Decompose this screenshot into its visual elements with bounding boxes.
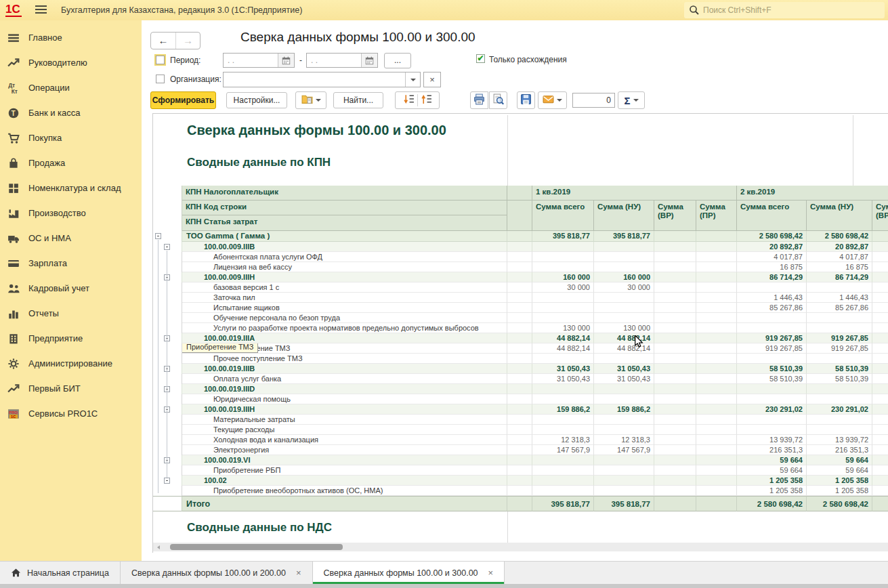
value-cell[interactable]: 44 882,14 [532,343,594,354]
collapse-toggle-icon[interactable] [164,244,170,250]
main-menu-icon[interactable] [35,5,47,16]
organization-clear-button[interactable]: × [423,72,441,87]
value-cell[interactable] [654,293,696,303]
table-row[interactable]: Холодная вода и канализация12 318,312 31… [153,435,888,445]
value-cell[interactable] [807,313,872,323]
table-row[interactable]: Испытание ящиков85 267,8685 267,86 [153,303,888,313]
value-cell[interactable]: 395 818,77 [532,231,594,242]
value-cell[interactable] [532,415,594,425]
row-label[interactable]: Материальные затраты [182,415,507,425]
empty-cell[interactable] [507,496,532,511]
sidebar-item-0[interactable]: Главное [0,25,142,50]
value-cell[interactable] [696,343,737,354]
empty-cell[interactable] [507,394,532,404]
print-preview-button[interactable] [489,91,507,109]
empty-cell[interactable] [872,354,888,364]
empty-cell[interactable] [872,455,888,465]
value-cell[interactable] [654,496,696,511]
value-cell[interactable]: 130 000 [594,323,654,333]
row-label[interactable]: Испытание ящиков [182,303,507,313]
organization-combo[interactable] [223,72,421,87]
value-cell[interactable]: 31 050,43 [532,364,594,374]
value-cell[interactable]: 4 017,87 [807,252,872,262]
value-cell[interactable] [696,354,737,364]
value-cell[interactable]: 59 664 [737,465,807,476]
table-row[interactable]: ТОО Gamma ( Гамма )395 818,77395 818,772… [153,231,888,242]
value-cell[interactable] [737,282,807,293]
sidebar-item-15[interactable]: PRO1CСервисы PRO1C [0,401,142,426]
sidebar-item-13[interactable]: Администрирование [0,351,142,376]
empty-cell[interactable] [507,445,532,455]
value-cell[interactable] [807,415,872,425]
value-cell[interactable]: 30 000 [594,282,654,293]
value-cell[interactable] [594,303,654,313]
sidebar-item-14[interactable]: Первый БИТ [0,376,142,401]
value-cell[interactable] [594,242,654,252]
value-cell[interactable]: 58 510,39 [807,374,872,384]
value-cell[interactable] [532,486,594,496]
sidebar-item-7[interactable]: Производство [0,201,142,226]
row-label[interactable]: 100.00.009.IIIH [182,272,507,282]
value-cell[interactable] [532,252,594,262]
value-cell[interactable] [696,313,737,323]
row-label[interactable]: Приобретение внеоборотных активов (ОС, Н… [182,486,507,496]
value-cell[interactable] [654,313,696,323]
table-row[interactable]: базовая версия 1 с30 00030 000 [153,282,888,293]
value-cell[interactable]: 59 664 [737,455,807,465]
value-cell[interactable] [594,394,654,404]
value-cell[interactable]: 85 267,86 [807,303,872,313]
table-row[interactable]: Заточка пил1 446,431 446,43 [153,293,888,303]
value-cell[interactable] [654,384,696,394]
value-cell[interactable] [654,333,696,343]
value-cell[interactable] [696,282,737,293]
value-cell[interactable] [696,231,737,242]
empty-cell[interactable] [872,486,888,496]
row-label[interactable]: 100.02 [182,476,507,486]
settings-button[interactable]: Настройки... [226,92,287,108]
generate-button[interactable]: Сформировать [150,91,216,109]
value-cell[interactable]: 160 000 [532,272,594,282]
value-cell[interactable]: 58 510,39 [737,374,807,384]
value-cell[interactable] [807,394,872,404]
precision-field[interactable] [572,93,615,108]
table-row[interactable]: 100.00.019.VI59 66459 664 [153,455,888,465]
empty-cell[interactable] [872,272,888,282]
value-cell[interactable] [654,252,696,262]
row-label[interactable]: базовая версия 1 с [182,282,507,293]
value-cell[interactable]: 31 050,43 [594,374,654,384]
value-cell[interactable]: 919 267,85 [807,343,872,354]
sidebar-item-2[interactable]: ДтКтОперации [0,75,142,100]
table-row[interactable]: Лицензия на веб кассу16 87516 875 [153,262,888,272]
value-cell[interactable] [654,404,696,415]
empty-cell[interactable] [507,384,532,394]
value-cell[interactable] [532,455,594,465]
value-cell[interactable]: 86 714,29 [807,272,872,282]
collapse-toggle-icon[interactable] [155,233,161,239]
value-cell[interactable] [654,435,696,445]
value-cell[interactable] [696,486,737,496]
value-cell[interactable] [532,476,594,486]
row-label[interactable]: 100.00.009.IIIB [182,242,507,252]
scroll-left-icon[interactable] [157,545,160,549]
value-cell[interactable]: 2 580 698,42 [737,231,807,242]
value-cell[interactable] [532,293,594,303]
value-cell[interactable] [654,303,696,313]
table-row[interactable]: Приобретение РБП59 66459 664 [153,465,888,476]
value-cell[interactable]: 13 939,72 [737,435,807,445]
value-cell[interactable]: 159 886,2 [532,404,594,415]
value-cell[interactable]: 44 882,14 [532,333,594,343]
empty-cell[interactable] [872,333,888,343]
value-cell[interactable] [696,404,737,415]
value-cell[interactable]: 20 892,87 [807,242,872,252]
value-cell[interactable]: 395 818,77 [594,496,654,511]
value-cell[interactable]: 13 939,72 [807,435,872,445]
empty-cell[interactable] [872,415,888,425]
empty-cell[interactable] [507,354,532,364]
value-cell[interactable]: 1 446,43 [737,293,807,303]
row-label[interactable]: Электроэнергия [182,445,507,455]
value-cell[interactable] [696,242,737,252]
value-cell[interactable] [737,415,807,425]
table-row[interactable]: 100.00.019.IIIH159 886,2159 886,2230 291… [153,404,888,415]
value-cell[interactable]: 59 664 [807,465,872,476]
value-cell[interactable] [654,476,696,486]
